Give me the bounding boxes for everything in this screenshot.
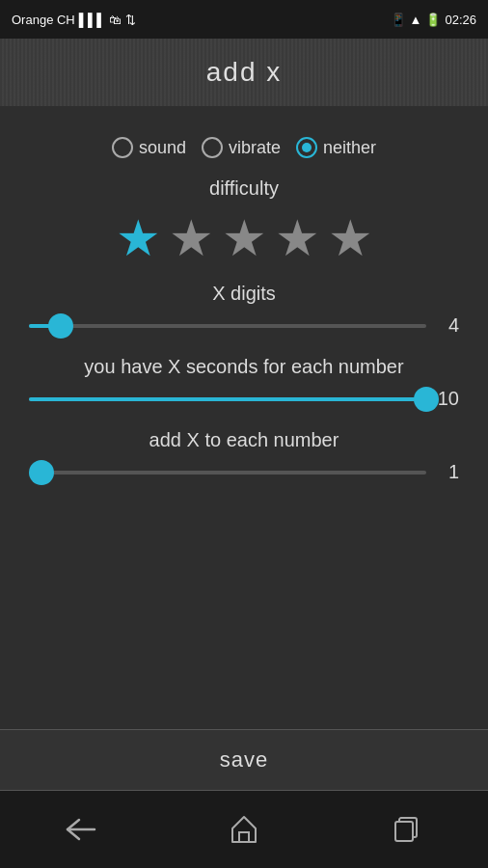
recents-button[interactable] — [388, 810, 426, 849]
radio-circle-sound[interactable] — [112, 137, 133, 158]
star-4[interactable]: ★ — [275, 213, 320, 263]
x-digits-section: X digits 4 — [29, 283, 459, 337]
add-x-section: add X to each number 1 — [29, 429, 459, 483]
seconds-track[interactable] — [29, 397, 426, 401]
home-button[interactable] — [225, 810, 263, 849]
save-button[interactable]: save — [0, 729, 488, 791]
phone-icon: 📱 — [391, 13, 406, 27]
add-x-track[interactable] — [29, 471, 426, 475]
svg-rect-4 — [395, 822, 413, 841]
carrier-text: Orange CH — [12, 13, 75, 27]
radio-group: sound vibrate neither — [29, 137, 459, 158]
bag-icon: 🛍 — [109, 13, 122, 27]
difficulty-section: difficulty ★ ★ ★ ★ ★ — [29, 177, 459, 263]
seconds-thumb[interactable] — [414, 387, 439, 412]
status-right: 📱 ▲ 🔋 02:26 — [391, 13, 476, 27]
page-title: add x — [206, 57, 283, 88]
add-x-label: add X to each number — [29, 429, 459, 451]
seconds-fill — [29, 397, 426, 401]
radio-option-vibrate[interactable]: vibrate — [202, 137, 281, 158]
x-digits-thumb[interactable] — [48, 313, 73, 339]
radio-circle-vibrate[interactable] — [202, 137, 223, 158]
time-text: 02:26 — [445, 13, 476, 27]
add-x-slider-row: 1 — [29, 461, 459, 483]
back-icon — [64, 816, 98, 843]
star-3[interactable]: ★ — [222, 213, 267, 263]
star-2[interactable]: ★ — [169, 213, 214, 263]
nav-bar — [0, 791, 488, 868]
radio-label-vibrate: vibrate — [229, 138, 281, 158]
recents-icon — [392, 816, 422, 843]
x-digits-label: X digits — [29, 283, 459, 305]
home-icon — [229, 815, 259, 844]
transfer-icon: ⇅ — [125, 13, 136, 27]
x-digits-track[interactable] — [29, 324, 426, 328]
star-1[interactable]: ★ — [116, 213, 161, 263]
radio-label-sound: sound — [139, 138, 186, 158]
radio-label-neither: neither — [323, 138, 376, 158]
signal-icon: ▌▌▌ — [79, 13, 106, 27]
add-x-thumb[interactable] — [29, 460, 54, 485]
wifi-icon: ▲ — [410, 13, 422, 27]
title-bar: add x — [0, 39, 488, 106]
radio-option-sound[interactable]: sound — [112, 137, 186, 158]
save-label: save — [220, 747, 268, 773]
star-5[interactable]: ★ — [328, 213, 373, 263]
radio-circle-neither[interactable] — [296, 137, 317, 158]
stars-row: ★ ★ ★ ★ ★ — [29, 213, 459, 263]
difficulty-label: difficulty — [29, 177, 459, 200]
seconds-slider-row: 10 — [29, 388, 459, 410]
status-bar: Orange CH ▌▌▌ 🛍 ⇅ 📱 ▲ 🔋 02:26 — [0, 0, 488, 39]
back-button[interactable] — [62, 810, 100, 849]
seconds-label: you have X seconds for each number — [29, 356, 459, 378]
add-x-value: 1 — [436, 461, 459, 483]
svg-marker-1 — [232, 817, 256, 842]
seconds-value: 10 — [436, 388, 459, 410]
main-content: sound vibrate neither difficulty ★ ★ ★ ★… — [0, 106, 488, 506]
svg-rect-2 — [239, 832, 249, 842]
x-digits-slider-row: 4 — [29, 314, 459, 337]
radio-option-neither[interactable]: neither — [296, 137, 376, 158]
x-digits-value: 4 — [436, 314, 459, 337]
seconds-section: you have X seconds for each number 10 — [29, 356, 459, 410]
status-left: Orange CH ▌▌▌ 🛍 ⇅ — [12, 13, 136, 27]
battery-icon: 🔋 — [425, 13, 441, 27]
